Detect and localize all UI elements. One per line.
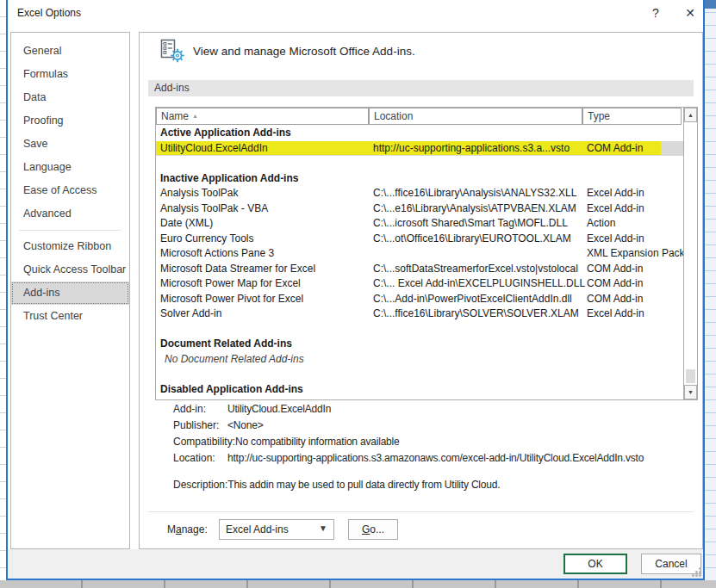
details-label: Add-in: (173, 401, 227, 418)
excel-sheet-left-sliver (0, 0, 6, 580)
group-header-label: Active Application Add-ins (160, 126, 291, 141)
addin-row[interactable]: Microsoft Data Streamer for ExcelC:\...s… (156, 262, 683, 277)
details-value: <None> (227, 418, 264, 434)
table-scrollbar[interactable]: ▲ ▼ (683, 108, 697, 399)
addin-type: COM Add-in (587, 292, 643, 307)
empty-group-row: No Disabled Application Add-ins (156, 397, 683, 399)
addin-row[interactable]: Microsoft Power Pivot for ExcelC:\...Add… (156, 292, 683, 307)
addin-row[interactable]: Analysis ToolPakC:\...ffice16\Library\An… (156, 186, 683, 201)
addin-name: Date (XML) (160, 216, 213, 232)
empty-group-note: No Document Related Add-ins (165, 352, 304, 368)
sidebar-item-formulas[interactable]: Formulas (11, 63, 129, 86)
sidebar-item-ease-of-access[interactable]: Ease of Access (11, 179, 129, 202)
table-group-header: Document Related Add-ins (156, 337, 683, 352)
close-icon[interactable]: ✕ (677, 3, 703, 22)
details-value: http://uc-supporting-applications.s3.ama… (227, 450, 644, 467)
addins-section-label: Add-ins (154, 82, 190, 94)
addin-name: Microsoft Power Pivot for Excel (160, 292, 303, 307)
scroll-down-icon[interactable]: ▼ (684, 385, 697, 399)
sidebar-item-language[interactable]: Language (11, 156, 129, 179)
go-button[interactable]: Go... (348, 519, 398, 540)
dialog-titlebar[interactable]: Excel Options ? ✕ (8, 0, 703, 26)
addin-row[interactable]: Microsoft Power Map for ExcelC:\... Exce… (156, 276, 683, 292)
dialog-footer: OK Cancel (8, 549, 703, 579)
table-group-header: Active Application Add-ins (156, 126, 683, 141)
sidebar-list: GeneralFormulasDataProofingSaveLanguageE… (11, 40, 129, 328)
addin-type: COM Add-in (587, 141, 643, 157)
addins-section-bar: Add-ins (148, 80, 694, 96)
blank-row (156, 322, 683, 337)
group-header-label: Document Related Add-ins (160, 337, 292, 352)
addins-table: Name▲ Location Type Active Application A… (155, 107, 698, 400)
details-value: This addin may be used to pull data dire… (227, 477, 500, 493)
sidebar-item-proofing[interactable]: Proofing (11, 109, 129, 133)
sidebar-item-customize-ribbon[interactable]: Customize Ribbon (11, 235, 129, 258)
sort-ascending-icon: ▲ (192, 113, 198, 119)
sidebar-item-save[interactable]: Save (11, 133, 129, 156)
details-row: Description:This addin may be used to pu… (173, 477, 697, 493)
details-row: Location:http://uc-supporting-applicatio… (173, 450, 697, 467)
ok-button[interactable]: OK (563, 554, 627, 574)
column-header-location[interactable]: Location (369, 108, 582, 125)
addin-name: Analysis ToolPak (160, 186, 239, 201)
column-header-type-label: Type (588, 110, 610, 122)
details-label: Location: (173, 450, 227, 467)
table-header-row: Name▲ Location Type (156, 108, 682, 125)
addin-name: Microsoft Actions Pane 3 (160, 246, 274, 262)
details-value: No compatibility information available (235, 434, 400, 450)
table-group-header: Disabled Application Add-ins (156, 382, 683, 398)
addin-row[interactable]: Analysis ToolPak - VBAC:\...e16\Library\… (156, 201, 683, 217)
divider (148, 511, 694, 512)
sidebar-item-trust-center[interactable]: Trust Center (11, 305, 129, 328)
resize-grip[interactable] (691, 566, 702, 578)
sidebar-item-advanced[interactable]: Advanced (11, 202, 129, 226)
addin-name: UtilityCloud.ExcelAddIn (160, 141, 268, 157)
addin-name: Microsoft Power Map for Excel (160, 276, 301, 292)
sidebar-item-data[interactable]: Data (11, 86, 129, 109)
help-icon[interactable]: ? (643, 3, 669, 22)
manage-dropdown-value: Excel Add-ins (226, 523, 289, 535)
addin-type: COM Add-in (587, 262, 643, 277)
column-header-name-label: Name (161, 110, 189, 122)
scroll-up-icon[interactable]: ▲ (684, 108, 697, 122)
addin-type: XML Expansion Pack (587, 246, 683, 262)
dialog-title: Excel Options (17, 7, 81, 19)
sidebar-item-general[interactable]: General (11, 40, 129, 63)
addin-location: C:\...softDataStreamerforExcel.vsto|vsto… (373, 262, 578, 277)
addins-rows: Active Application Add-insUtilityCloud.E… (156, 126, 683, 399)
manage-row: Manage: Excel Add-ins ▼ Go... (167, 519, 398, 540)
addin-type: Excel Add-in (587, 306, 644, 322)
addin-type: Excel Add-in (587, 232, 644, 247)
addin-row[interactable]: Microsoft Actions Pane 3XML Expansion Pa… (156, 246, 683, 262)
column-header-location-label: Location (374, 110, 413, 122)
empty-group-note: No Disabled Application Add-ins (165, 397, 312, 399)
blank-row (156, 367, 683, 382)
details-label: Compatibility: (173, 434, 235, 450)
addin-row[interactable]: Euro Currency ToolsC:\...ot\Office16\Lib… (156, 232, 683, 247)
sidebar-item-quick-access-toolbar[interactable]: Quick Access Toolbar (11, 258, 129, 282)
addin-type: Excel Add-in (587, 201, 644, 217)
addin-location: C:\...e16\Library\Analysis\ATPVBAEN.XLAM (373, 201, 576, 217)
addin-type: Excel Add-in (587, 186, 644, 201)
details-value: UtilityCloud.ExcelAddIn (227, 401, 331, 418)
addin-location: http://uc-supporting-applications.s3.a..… (373, 141, 570, 157)
addin-type: COM Add-in (587, 276, 643, 292)
column-header-type[interactable]: Type (582, 108, 682, 125)
addin-location: C:\...Add-in\PowerPivotExcelClientAddIn.… (373, 292, 572, 307)
addin-name: Solver Add-in (160, 306, 221, 322)
excel-sheet-right-sliver (705, 0, 716, 580)
addin-row[interactable]: UtilityCloud.ExcelAddInhttp://uc-support… (156, 141, 683, 157)
addin-row[interactable]: Date (XML)C:\...icrosoft Shared\Smart Ta… (156, 216, 683, 232)
details-label: Publisher: (173, 418, 227, 434)
manage-dropdown[interactable]: Excel Add-ins ▼ (219, 519, 334, 540)
empty-group-row: No Document Related Add-ins (156, 352, 683, 368)
sidebar-item-add-ins[interactable]: Add-ins (11, 282, 129, 305)
addins-list-gear-icon (160, 38, 186, 64)
addin-name: Microsoft Data Streamer for Excel (160, 262, 315, 277)
scrollbar-thumb[interactable] (686, 369, 695, 383)
details-row: Compatibility:No compatibility informati… (173, 434, 697, 450)
column-header-name[interactable]: Name▲ (156, 108, 369, 125)
addin-details: Add-in:UtilityCloud.ExcelAddInPublisher:… (173, 401, 697, 493)
addin-row[interactable]: Solver Add-inC:\...ffice16\Library\SOLVE… (156, 306, 683, 322)
group-header-label: Inactive Application Add-ins (160, 171, 298, 187)
